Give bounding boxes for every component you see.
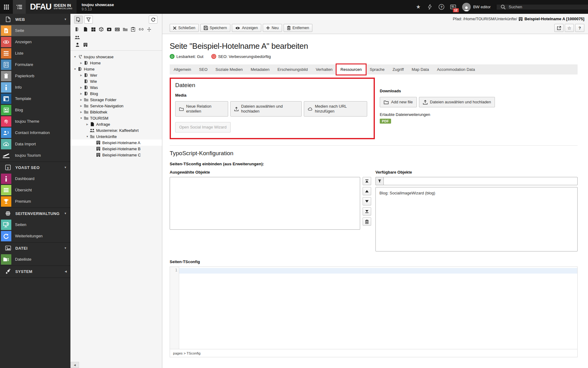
- sidebar-item-data-import[interactable]: Data Import: [0, 138, 70, 150]
- module-header-seitenverwaltung[interactable]: SEITENVERWALTUNG ▼: [0, 208, 70, 219]
- selected-objects-listbox[interactable]: [170, 177, 360, 230]
- clear-cache-button[interactable]: [424, 0, 436, 14]
- expand-icon[interactable]: ▼: [73, 56, 77, 58]
- tree-node-storage-folder[interactable]: ▶ Storage Folder: [70, 97, 162, 103]
- sidebar-item-info[interactable]: Info: [0, 82, 70, 93]
- downloads-upload-button[interactable]: Dateien auswählen und hochladen: [419, 97, 495, 107]
- module-header-web[interactable]: WEB ▼: [0, 14, 70, 25]
- new-page-button[interactable]: [74, 16, 83, 24]
- drag-folder-icon[interactable]: [123, 27, 128, 32]
- delete-button[interactable]: Entfernen: [284, 24, 312, 32]
- sidebar-item-yoast-dashboard[interactable]: Dashboard: [0, 173, 70, 184]
- tab-map-data[interactable]: Map Data: [408, 64, 433, 75]
- module-header-datei[interactable]: DATEI ▼: [0, 243, 70, 254]
- available-objects-listbox[interactable]: Blog: SocialImageWizard (blog): [375, 187, 578, 251]
- tab-soziale-medien[interactable]: Soziale Medien: [212, 64, 247, 75]
- expand-icon[interactable]: ▶: [79, 86, 83, 89]
- tree-node-hotel-a[interactable]: Beispiel-Hotelname A: [70, 140, 162, 146]
- sidebar-item-blog[interactable]: Blog: [0, 104, 70, 116]
- expand-icon[interactable]: ▼: [85, 135, 89, 138]
- move-up-button[interactable]: [363, 187, 371, 195]
- tree-node-home[interactable]: ▼ Home: [70, 66, 162, 72]
- tree-node-wie[interactable]: Wie: [70, 78, 162, 84]
- move-down-button[interactable]: [363, 197, 371, 205]
- sidebar-item-toujou-tourism[interactable]: toujou Tourism: [0, 150, 70, 161]
- available-object-item[interactable]: Blog: SocialImageWizard (blog): [376, 190, 577, 196]
- tree-node-was[interactable]: ▶ Was: [70, 84, 162, 90]
- expand-icon[interactable]: ▶: [85, 123, 89, 126]
- expand-icon[interactable]: ▶: [79, 105, 83, 107]
- tree-node-hotel-b[interactable]: Beispiel-Hotelname B: [70, 146, 162, 152]
- move-bottom-button[interactable]: [363, 207, 371, 216]
- select-upload-button[interactable]: Dateien auswählen und hochladen: [230, 101, 301, 117]
- expand-icon[interactable]: ▶: [79, 111, 83, 113]
- tab-allgemein[interactable]: Allgemein: [170, 64, 195, 75]
- tsconfig-code-editor[interactable]: 1: [170, 266, 578, 349]
- tab-ressourcen[interactable]: Ressourcen: [337, 64, 366, 75]
- close-button[interactable]: Schließen: [170, 24, 199, 32]
- drag-user-icon[interactable]: [75, 42, 80, 47]
- expand-icon[interactable]: ▶: [79, 98, 83, 101]
- sidebar-item-anzeigen[interactable]: Anzeigen: [0, 36, 70, 48]
- doc-help-button[interactable]: ?: [575, 24, 584, 32]
- tab-metadaten[interactable]: Metadaten: [247, 64, 273, 75]
- expand-icon[interactable]: ▼: [79, 117, 83, 120]
- drag-page-icon[interactable]: [75, 27, 80, 32]
- drag-hotel-icon[interactable]: [83, 42, 88, 47]
- tree-node-service-navigation[interactable]: ▶ Service-Navigation: [70, 103, 162, 109]
- drag-recycler-icon[interactable]: R: [115, 27, 120, 32]
- tree-node-tourism[interactable]: ▼ TOURISM: [70, 115, 162, 121]
- add-new-file-button[interactable]: Add new file: [380, 97, 417, 107]
- sidebar-item-formulare[interactable]: Formulare: [0, 59, 70, 70]
- tab-seo[interactable]: SEO: [195, 64, 211, 75]
- help-button[interactable]: ?: [436, 0, 447, 14]
- drag-usergroup-icon[interactable]: [75, 35, 80, 40]
- tree-node-blog[interactable]: ▶ Blog: [70, 90, 162, 97]
- drag-spacer-icon[interactable]: [107, 27, 112, 32]
- expand-icon[interactable]: ▶: [79, 92, 83, 95]
- module-header-yoast[interactable]: y YOAST SEO ▼: [0, 162, 70, 173]
- new-button[interactable]: Neu: [263, 24, 282, 32]
- tree-filter-button[interactable]: [84, 16, 93, 24]
- drag-shortcut-icon[interactable]: [91, 27, 96, 32]
- tab-zugriff[interactable]: Zugriff: [389, 64, 408, 75]
- available-filter-input[interactable]: [383, 177, 578, 185]
- pagetree-toggle-button[interactable]: [13, 0, 26, 14]
- drag-mountpoint-icon[interactable]: [99, 27, 104, 32]
- bookmark-record-button[interactable]: ☆: [565, 24, 574, 32]
- tab-accommodation-data[interactable]: Accommodation Data: [433, 64, 479, 75]
- sidebar-item-weiterleitungen[interactable]: Weiterleitungen: [0, 230, 70, 242]
- remove-item-button[interactable]: [363, 217, 371, 226]
- tab-sprache[interactable]: Sprache: [366, 64, 388, 75]
- tree-collapse-button[interactable]: ◀: [70, 362, 79, 368]
- tree-node-wer[interactable]: ▶ Wer: [70, 72, 162, 78]
- tab-erscheinungsbild[interactable]: Erscheinungsbild: [273, 64, 312, 75]
- tree-node-anfrage[interactable]: ▶ Anfrage: [70, 121, 162, 127]
- tree-node-unterkuenfte[interactable]: ▼ Unterkünfte: [70, 133, 162, 140]
- user-menu[interactable]: BW editor: [459, 3, 496, 11]
- view-button[interactable]: Anzeigen: [232, 24, 261, 32]
- global-search[interactable]: Suchen: [496, 5, 588, 10]
- tree-node-root[interactable]: ▼ toujou showcase: [70, 54, 162, 60]
- expand-icon[interactable]: ▶: [79, 62, 83, 64]
- systeminfo-button[interactable]: 12: [447, 0, 459, 14]
- sidebar-item-seite[interactable]: Seite: [0, 25, 70, 36]
- tree-node-hotel-c[interactable]: Beispiel-Hotelname C: [70, 152, 162, 158]
- tree-refresh-button[interactable]: [149, 16, 157, 24]
- tab-verhalten[interactable]: Verhalten: [312, 64, 337, 75]
- tree-node-home-mounted[interactable]: ▶ Home: [70, 60, 162, 66]
- expand-icon[interactable]: ▼: [73, 68, 77, 71]
- tree-node-musterreise[interactable]: Musterreise: Kaffeefahrt: [70, 127, 162, 133]
- new-relation-button[interactable]: Neue Relation erstellen: [175, 101, 228, 117]
- save-button[interactable]: Speichern: [200, 24, 230, 32]
- social-image-wizard-button[interactable]: Open Social Image Wizard: [175, 122, 231, 132]
- module-header-system[interactable]: SYSTEM ◀: [0, 266, 70, 277]
- sidebar-item-dateiliste[interactable]: Dateiliste: [0, 254, 70, 265]
- sidebar-item-liste[interactable]: Liste: [0, 48, 70, 59]
- expand-icon[interactable]: ▶: [79, 74, 83, 77]
- tree-node-bibliothek[interactable]: ▶ Bibliothek: [70, 109, 162, 115]
- drag-link-icon[interactable]: [138, 27, 144, 32]
- sidebar-item-toujou-theme[interactable]: toujou Theme: [0, 116, 70, 127]
- drag-divider-icon[interactable]: [146, 27, 152, 32]
- move-top-button[interactable]: [363, 177, 371, 185]
